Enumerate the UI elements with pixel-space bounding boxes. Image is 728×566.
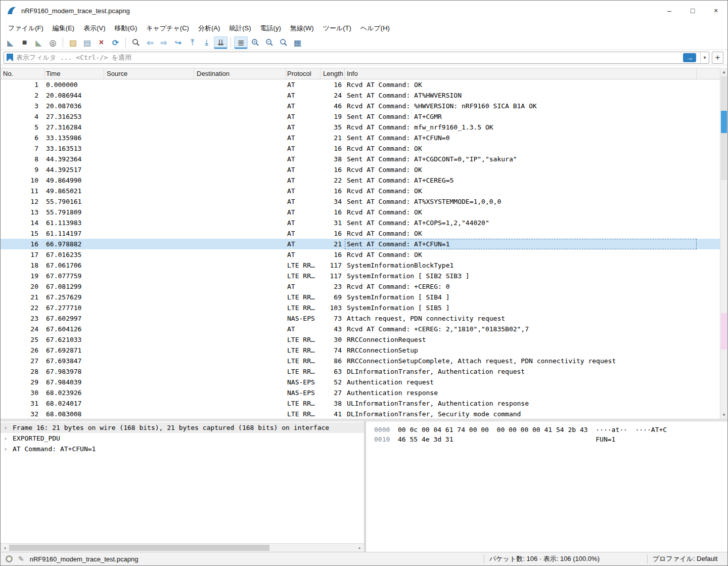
go-forward-icon[interactable]: ⇨ (157, 36, 171, 49)
menu-edit[interactable]: 編集(E) (48, 23, 79, 34)
packet-row[interactable]: 1867.061706LTE RR…117SystemInformationBl… (1, 260, 720, 271)
menu-wireless[interactable]: 無線(W) (286, 23, 318, 34)
packet-row[interactable]: 2467.604126AT43Rcvd AT Command: +CEREG: … (1, 324, 720, 334)
menu-analyze[interactable]: 分析(A) (194, 23, 224, 34)
add-filter-button[interactable]: + (712, 52, 723, 64)
expander-icon[interactable]: › (4, 444, 13, 454)
details-hscroll-thumb[interactable] (9, 545, 269, 551)
statusbar-profile[interactable]: プロファイル: Default (648, 554, 727, 563)
packet-row[interactable]: 2867.983978LTE RR…63DLInformationTransfe… (1, 366, 720, 377)
menu-view[interactable]: 表示(V) (79, 23, 110, 34)
packet-row[interactable]: 1461.113983AT31Sent AT Command: AT+COPS=… (1, 217, 720, 228)
hex-line[interactable]: 000000 0c 00 04 61 74 00 00 00 00 00 00 … (374, 425, 727, 434)
column-header-time[interactable]: Time (45, 68, 104, 79)
packet-row[interactable]: 1049.864990AT22Sent AT Command: AT+CEREG… (1, 175, 720, 186)
packet-row[interactable]: 1149.865021AT16Rcvd AT Command: OK (1, 186, 720, 196)
packet-row[interactable]: 2967.984039NAS-EPS52Authentication reque… (1, 377, 720, 387)
resize-columns-icon[interactable]: ▦ (291, 36, 304, 49)
packet-row[interactable]: 3068.023926NAS-EPS27Authentication respo… (1, 387, 720, 398)
hex-line[interactable]: 001046 55 4e 3d 31FUN=1 (374, 434, 727, 444)
packet-row[interactable]: 320.087036AT46Rcvd AT Command: %HWVERSIO… (1, 101, 720, 111)
packet-row[interactable]: 1355.791809AT16Rcvd AT Command: OK (1, 207, 720, 217)
restart-capture-icon[interactable]: ◣ (32, 36, 46, 49)
packet-row[interactable]: 1666.978882AT21Sent AT Command: AT+CFUN=… (1, 239, 720, 249)
menu-file[interactable]: ファイル(F) (4, 23, 48, 34)
auto-scroll-icon[interactable]: ⇊ (214, 36, 228, 49)
details-hscrollbar[interactable]: ◂ ▸ (1, 543, 364, 552)
menu-help[interactable]: ヘルプ(H) (356, 23, 394, 34)
scroll-down-icon[interactable]: ▼ (720, 411, 727, 419)
open-file-icon[interactable]: ▨ (66, 36, 80, 49)
details-line[interactable]: ›AT Command: AT+CFUN=1 (1, 444, 364, 454)
column-header-length[interactable]: Length (321, 68, 345, 79)
go-to-packet-icon[interactable]: ↪ (171, 36, 185, 49)
close-button[interactable]: × (704, 1, 727, 21)
packet-row[interactable]: 2067.081299AT23Rcvd AT Command: +CEREG: … (1, 281, 720, 292)
expert-info-icon[interactable] (6, 555, 13, 562)
minimize-button[interactable]: – (658, 1, 681, 21)
expander-icon[interactable]: › (4, 422, 13, 433)
menu-telephony[interactable]: 電話(y) (256, 23, 286, 34)
menu-go[interactable]: 移動(G) (110, 23, 142, 34)
packet-row[interactable]: 2367.602997NAS-EPS73Attach request, PDN … (1, 313, 720, 324)
packet-row[interactable]: 633.135986AT21Sent AT Command: AT+CFUN=0 (1, 133, 720, 143)
save-file-icon[interactable]: ▤ (80, 36, 94, 49)
go-back-icon[interactable]: ⇦ (143, 36, 157, 49)
filter-dropdown-icon[interactable]: ▾ (700, 52, 709, 63)
close-file-icon[interactable]: × (95, 36, 108, 49)
packet-list-scrollbar[interactable]: ▲ ▼ (720, 68, 727, 419)
packet-row[interactable]: 3268.083008LTE RR…41DLInformationTransfe… (1, 409, 720, 419)
packet-row[interactable]: 527.316284AT35Rcvd AT Command: mfw_nrf91… (1, 122, 720, 133)
column-header-no[interactable]: No. (1, 68, 45, 79)
capture-options-icon[interactable]: ◎ (46, 36, 60, 49)
column-header-info[interactable]: Info (345, 68, 697, 79)
menu-capture[interactable]: キャプチャ(C) (142, 23, 194, 34)
cell-length: 52 (321, 377, 345, 387)
zoom-in-icon[interactable]: + (248, 36, 262, 49)
column-header-source[interactable]: Source (104, 68, 194, 79)
packet-row[interactable]: 733.163513AT16Rcvd AT Command: OK (1, 143, 720, 154)
maximize-button[interactable]: □ (681, 1, 704, 21)
go-last-icon[interactable]: ⤓ (200, 36, 213, 49)
reload-file-icon[interactable]: ⟳ (109, 36, 122, 49)
packet-row[interactable]: 1767.016235AT16Rcvd AT Command: OK (1, 249, 720, 260)
bookmark-icon[interactable] (7, 54, 13, 62)
stop-capture-icon[interactable]: ■ (18, 36, 31, 49)
scroll-right-icon[interactable]: ▸ (355, 544, 364, 552)
expander-icon[interactable]: › (4, 433, 13, 444)
packet-row[interactable]: 2567.621033LTE RR…30RRCConnectionRequest (1, 334, 720, 345)
scroll-left-icon[interactable]: ◂ (1, 544, 9, 552)
start-capture-icon[interactable]: ◣ (4, 36, 17, 49)
packet-row[interactable]: 1255.790161AT34Sent AT Command: AT%XSYST… (1, 196, 720, 207)
menu-statistics[interactable]: 統計(S) (224, 23, 255, 34)
packet-row[interactable]: 427.316253AT19Sent AT Command: AT+CGMR (1, 111, 720, 122)
packet-row[interactable]: 844.392364AT38Sent AT Command: AT+CGDCON… (1, 154, 720, 164)
packet-row[interactable]: 2767.693847LTE RR…86RRCConnectionSetupCo… (1, 356, 720, 366)
cell-time: 67.983978 (45, 366, 104, 377)
packet-row[interactable]: 10.000000AT16Rcvd AT Command: OK (1, 79, 720, 90)
display-filter-input[interactable] (16, 54, 680, 61)
packet-row[interactable]: 2667.692871LTE RR…74RRCConnectionSetup (1, 345, 720, 356)
scroll-up-icon[interactable]: ▲ (720, 68, 727, 76)
packet-row[interactable]: 220.086944AT24Sent AT Command: AT%HWVERS… (1, 90, 720, 101)
packet-row[interactable]: 1561.114197AT16Rcvd AT Command: OK (1, 228, 720, 239)
packet-row[interactable]: 944.392517AT16Rcvd AT Command: OK (1, 164, 720, 175)
go-first-icon[interactable]: ⤒ (186, 36, 199, 49)
details-line[interactable]: ›Frame 16: 21 bytes on wire (168 bits), … (1, 422, 364, 433)
apply-filter-button[interactable]: → (683, 53, 696, 62)
cell-protocol: LTE RR… (286, 366, 321, 377)
packet-row[interactable]: 2167.257629LTE RR…69SystemInformation [ … (1, 292, 720, 302)
zoom-out-icon[interactable]: − (262, 36, 276, 49)
capture-comment-icon[interactable]: ✎ (18, 555, 24, 563)
details-line[interactable]: ›EXPORTED_PDU (1, 433, 364, 444)
packet-row[interactable]: 2267.277710LTE RR…103SystemInformation [… (1, 302, 720, 313)
packet-row[interactable]: 1967.077759LTE RR…117SystemInformation [… (1, 271, 720, 281)
packet-row[interactable]: 3168.024017LTE RR…38ULInformationTransfe… (1, 398, 720, 409)
find-packet-icon[interactable] (129, 36, 143, 49)
zoom-reset-icon[interactable] (277, 36, 290, 49)
cell-info: Rcvd AT Command: %HWVERSION: nRF9160 SIC… (345, 101, 697, 111)
column-header-protocol[interactable]: Protocol (286, 68, 321, 79)
column-header-destination[interactable]: Destination (194, 68, 286, 79)
colorize-icon[interactable]: ≣ (234, 36, 248, 49)
menu-tools[interactable]: ツール(T) (318, 23, 356, 34)
